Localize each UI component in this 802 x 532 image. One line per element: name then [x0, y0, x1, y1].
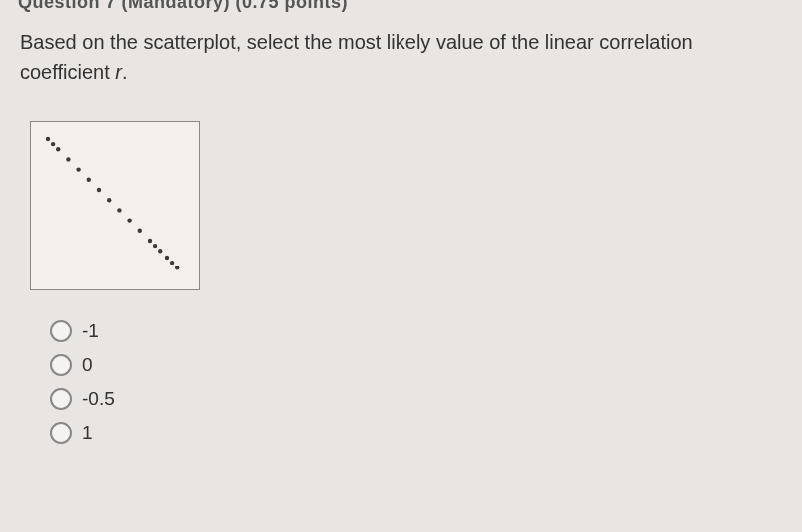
svg-point-15 [170, 261, 174, 265]
svg-point-9 [127, 218, 131, 222]
svg-point-5 [87, 178, 91, 182]
prompt-var: r [115, 61, 122, 83]
option-label: 1 [82, 422, 93, 444]
option-label: 0 [82, 354, 93, 376]
svg-point-4 [76, 167, 80, 171]
option-1[interactable]: 1 [50, 422, 802, 444]
svg-point-10 [138, 229, 142, 233]
question-prompt: Based on the scatterplot, select the mos… [0, 19, 802, 91]
scatterplot [30, 121, 200, 290]
option-minus-0-5[interactable]: -0.5 [50, 388, 802, 410]
prompt-line-2a: coefficient [20, 61, 115, 83]
svg-point-13 [158, 249, 162, 253]
option-label: -0.5 [82, 388, 115, 410]
svg-point-11 [148, 239, 152, 243]
radio-icon [50, 422, 72, 444]
svg-point-6 [97, 188, 101, 192]
svg-point-7 [107, 198, 111, 202]
prompt-period: . [122, 61, 128, 83]
scatterplot-container [30, 121, 802, 290]
question-header: Question 7 (Mandatory) (0.75 points) [0, 0, 802, 19]
svg-point-3 [66, 157, 70, 161]
svg-point-0 [46, 137, 50, 141]
svg-point-1 [51, 142, 55, 146]
answer-options: -1 0 -0.5 1 [50, 320, 802, 444]
radio-icon [50, 388, 72, 410]
scatterplot-svg [31, 122, 201, 291]
option-label: -1 [82, 320, 99, 342]
svg-point-12 [153, 244, 157, 248]
prompt-line-1: Based on the scatterplot, select the mos… [20, 31, 693, 53]
svg-point-16 [175, 266, 179, 269]
option-0[interactable]: 0 [50, 354, 802, 376]
svg-point-8 [117, 208, 121, 212]
svg-point-2 [56, 147, 60, 151]
radio-icon [50, 354, 72, 376]
svg-point-14 [165, 256, 169, 260]
option-minus-1[interactable]: -1 [50, 320, 802, 342]
radio-icon [50, 320, 72, 342]
